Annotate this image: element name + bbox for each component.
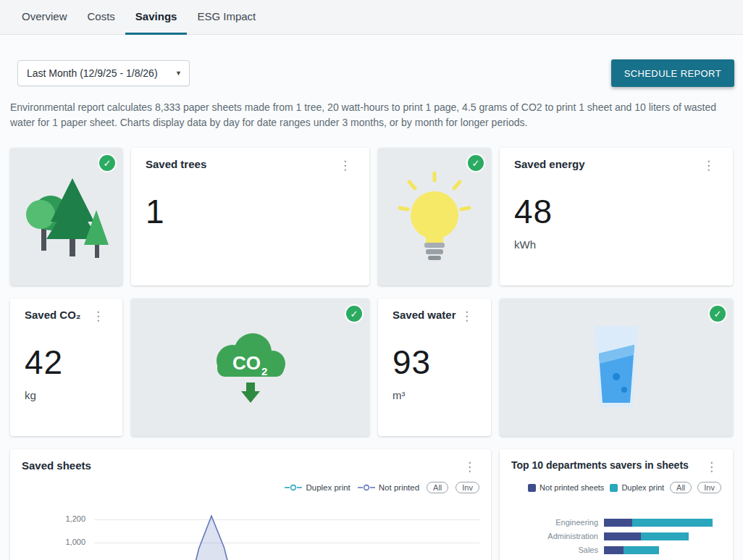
saved-co2-illustration-card: ✓ CO 2 xyxy=(131,298,369,436)
tab-overview[interactable]: Overview xyxy=(12,0,77,35)
co2-cloud-icon: CO 2 xyxy=(208,325,293,410)
not-printed-marker-icon xyxy=(358,484,375,491)
saved-co2-card: Saved CO₂ ⋮ 42 kg xyxy=(10,298,122,436)
saved-sheets-plot-area: 1,200 1,000 xyxy=(22,512,479,560)
date-range-select[interactable]: Last Month (12/9/25 - 1/8/26) ▼ xyxy=(17,60,190,86)
legend-label: Not printed xyxy=(379,483,419,492)
bar-row: Engineering xyxy=(511,518,721,527)
bar-category-label: Engineering xyxy=(511,518,604,527)
card-title: Top 10 departments savers in sheets xyxy=(511,459,689,471)
report-description: Environmental report calculates 8,333 pa… xyxy=(10,100,733,130)
saved-trees-card: Saved trees ⋮ 1 xyxy=(131,148,369,285)
legend-not-printed-sheets[interactable]: Not printed sheets xyxy=(528,483,604,492)
saved-water-unit: m³ xyxy=(393,389,477,401)
chevron-down-icon: ▼ xyxy=(175,70,182,77)
filter-all-pill[interactable]: All xyxy=(427,482,448,493)
sheets-chart-legend: Duplex print Not printed All Inv xyxy=(22,482,479,493)
bar-segment xyxy=(604,519,632,527)
legend-label: Duplex print xyxy=(306,483,350,492)
bar-segment xyxy=(641,532,689,540)
saved-trees-illustration-card: ✓ xyxy=(10,148,122,285)
legend-duplex-print[interactable]: Duplex print xyxy=(610,483,664,492)
bar-segment xyxy=(604,546,624,554)
card-title: Saved sheets xyxy=(22,459,91,472)
y-axis-tick: 1,200 xyxy=(22,514,85,523)
saved-energy-value: 48 xyxy=(514,192,718,231)
lightbulb-icon xyxy=(395,170,474,263)
cards-grid: ✓ Saved trees ⋮ 1 ✓ xyxy=(10,148,733,560)
saved-sheets-card: Saved sheets ⋮ Duplex print Not printed … xyxy=(10,449,491,560)
svg-text:CO: CO xyxy=(232,352,261,374)
filter-inv-pill[interactable]: Inv xyxy=(456,482,479,493)
kebab-menu-icon[interactable]: ⋮ xyxy=(699,158,718,173)
kebab-menu-icon[interactable]: ⋮ xyxy=(88,309,108,324)
departments-chart-legend: Not printed sheets Duplex print All Inv xyxy=(511,482,721,493)
departments-bars: EngineeringAdministrationSales xyxy=(511,518,721,554)
card-title: Saved CO₂ xyxy=(25,309,81,321)
saved-sheets-plot xyxy=(94,512,479,560)
bar-row: Sales xyxy=(511,546,721,554)
date-range-value: Last Month (12/9/25 - 1/8/26) xyxy=(27,67,158,79)
card-title: Saved energy xyxy=(514,158,585,170)
tab-esg-impact[interactable]: ESG Impact xyxy=(187,0,266,35)
bar-segment xyxy=(632,519,713,527)
check-icon: ✓ xyxy=(710,306,726,322)
not-printed-swatch-icon xyxy=(528,484,536,492)
bar-row: Administration xyxy=(511,532,721,540)
saved-water-illustration-card: ✓ xyxy=(500,298,733,436)
bar-track xyxy=(604,519,713,527)
kebab-menu-icon[interactable]: ⋮ xyxy=(457,309,477,324)
top-departments-card: Top 10 departments savers in sheets ⋮ No… xyxy=(500,449,733,560)
bar-category-label: Administration xyxy=(511,532,604,540)
tab-savings[interactable]: Savings xyxy=(125,0,188,35)
bar-segment xyxy=(604,532,641,540)
bar-segment xyxy=(624,546,660,554)
tab-bar: Overview Costs Savings ESG Impact xyxy=(0,0,743,35)
legend-label: Duplex print xyxy=(621,483,664,492)
kebab-menu-icon[interactable]: ⋮ xyxy=(335,158,355,173)
tab-costs[interactable]: Costs xyxy=(77,0,125,35)
svg-text:2: 2 xyxy=(261,365,267,377)
saved-energy-illustration-card: ✓ xyxy=(378,148,491,285)
bar-category-label: Sales xyxy=(511,546,604,554)
saved-co2-value: 42 xyxy=(25,343,108,382)
legend-label: Not printed sheets xyxy=(540,483,604,492)
legend-duplex-print[interactable]: Duplex print xyxy=(285,483,350,492)
duplex-print-marker-icon xyxy=(285,484,302,491)
filter-all-pill[interactable]: All xyxy=(670,482,692,493)
card-title: Saved trees xyxy=(146,158,206,170)
saved-energy-card: Saved energy ⋮ 48 kWh xyxy=(500,148,733,285)
bar-track xyxy=(604,532,689,540)
saved-energy-unit: kWh xyxy=(514,238,718,251)
card-title: Saved water xyxy=(393,309,456,321)
check-icon: ✓ xyxy=(468,155,484,171)
check-icon: ✓ xyxy=(99,155,115,171)
schedule-report-button[interactable]: SCHEDULE REPORT xyxy=(611,59,734,87)
saved-co2-unit: kg xyxy=(25,389,108,401)
kebab-menu-icon[interactable]: ⋮ xyxy=(460,459,479,475)
saved-water-value: 93 xyxy=(393,343,477,382)
trees-icon xyxy=(23,168,110,265)
report-toolbar: Last Month (12/9/25 - 1/8/26) ▼ SCHEDULE… xyxy=(17,59,734,87)
check-icon: ✓ xyxy=(346,306,362,322)
duplex-print-swatch-icon xyxy=(610,484,618,492)
legend-not-printed[interactable]: Not printed xyxy=(358,483,419,492)
kebab-menu-icon[interactable]: ⋮ xyxy=(702,459,721,475)
bar-track xyxy=(604,546,659,554)
saved-water-card: Saved water ⋮ 93 m³ xyxy=(378,298,491,436)
saved-trees-value: 1 xyxy=(146,192,355,231)
filter-inv-pill[interactable]: Inv xyxy=(697,482,721,493)
water-glass-icon xyxy=(582,322,651,413)
y-axis-tick: 1,000 xyxy=(22,538,85,546)
